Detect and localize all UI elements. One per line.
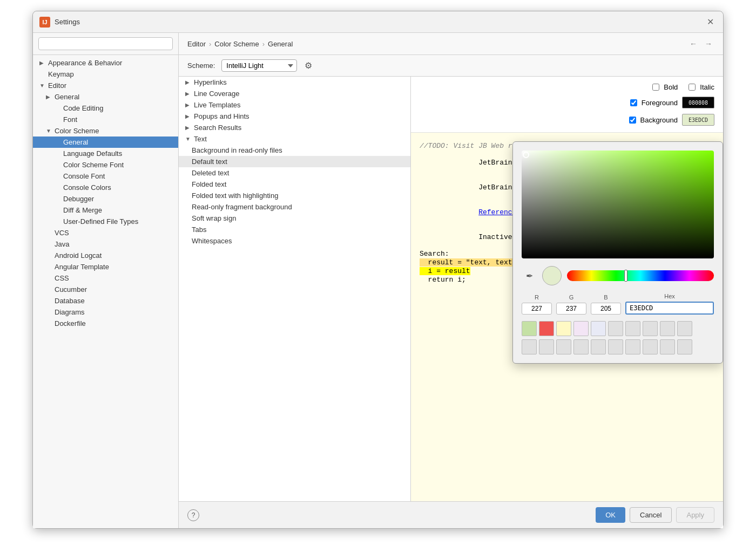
swatch-cell[interactable] [591, 339, 606, 354]
swatch-cell[interactable] [591, 321, 606, 336]
sidebar-label: Dockerfile [55, 319, 86, 327]
sidebar-item-diagrams[interactable]: Diagrams [33, 306, 178, 318]
eyedropper-button[interactable]: ✒ [522, 268, 537, 283]
swatch-cell[interactable] [643, 339, 658, 354]
swatch-cell[interactable] [625, 339, 640, 354]
search-box [33, 33, 178, 55]
sidebar-item-editor[interactable]: ▼ Editor [33, 80, 178, 91]
forward-button[interactable]: → [703, 38, 714, 49]
sidebar-item-language-defaults[interactable]: Language Defaults [33, 148, 178, 159]
sidebar-item-android-logcat[interactable]: Android Logcat [33, 250, 178, 261]
sidebar-label: CSS [55, 274, 69, 282]
sidebar-item-code-editing[interactable]: Code Editing [33, 103, 178, 114]
sidebar-item-font[interactable]: Font [33, 114, 178, 125]
sidebar-item-database[interactable]: Database [33, 295, 178, 306]
swatch-cell[interactable] [539, 339, 554, 354]
bottom-bar: ? OK Cancel Apply [179, 501, 723, 528]
hex-label: Hex [664, 293, 675, 299]
background-swatch[interactable]: E3EDCD [682, 114, 714, 126]
sidebar-item-angular-template[interactable]: Angular Template [33, 261, 178, 272]
help-button[interactable]: ? [187, 509, 199, 521]
italic-checkbox[interactable] [688, 84, 696, 91]
list-item-label: Read-only fragment background [192, 203, 292, 211]
breadcrumb-part-general: General [268, 40, 293, 48]
swatch-cell[interactable] [556, 339, 571, 354]
ok-button[interactable]: OK [596, 507, 625, 523]
list-item-text[interactable]: ▼ Text [179, 133, 410, 145]
sidebar-item-color-scheme-general[interactable]: General [33, 136, 178, 148]
sidebar-item-general[interactable]: ▶ General [33, 91, 178, 103]
list-item-line-coverage[interactable]: ▶ Line Coverage [179, 88, 410, 99]
settings-sidebar: ▶ Appearance & Behavior Keymap ▼ Editor … [33, 33, 179, 528]
sidebar-item-console-font[interactable]: Console Font [33, 170, 178, 182]
foreground-checkbox[interactable] [630, 99, 637, 106]
list-item-folded-text-highlight[interactable]: Folded text with highlighting [179, 190, 410, 201]
right-options: Bold Italic Foreground 080808 [411, 77, 723, 133]
list-item-tabs[interactable]: Tabs [179, 224, 410, 235]
swatch-cell[interactable] [522, 339, 537, 354]
swatch-cell[interactable] [573, 321, 589, 336]
sidebar-item-color-scheme[interactable]: ▼ Color Scheme [33, 125, 178, 136]
list-item-live-templates[interactable]: ▶ Live Templates [179, 99, 410, 111]
swatch-cell[interactable] [660, 339, 675, 354]
sidebar-item-diff-merge[interactable]: Diff & Merge [33, 204, 178, 216]
swatch-cell[interactable] [625, 321, 640, 336]
list-item-label: Folded text with highlighting [192, 192, 278, 200]
list-item-soft-wrap[interactable]: Soft wrap sign [179, 213, 410, 224]
swatch-cell[interactable] [522, 321, 537, 336]
back-button[interactable]: ← [687, 38, 699, 49]
sidebar-item-vcs[interactable]: VCS [33, 227, 178, 238]
sidebar-item-cucumber[interactable]: Cucumber [33, 284, 178, 295]
arrow-icon: ▶ [185, 91, 192, 97]
sidebar-label: Font [63, 115, 77, 124]
list-item-hyperlinks[interactable]: ▶ Hyperlinks [179, 77, 410, 88]
bold-checkbox[interactable] [652, 84, 659, 91]
sidebar-item-console-colors[interactable]: Console Colors [33, 182, 178, 193]
color-gradient[interactable] [522, 151, 714, 258]
list-item-folded-text[interactable]: Folded text [179, 179, 410, 190]
swatch-cell[interactable] [677, 321, 692, 336]
hue-slider[interactable] [567, 270, 714, 281]
scheme-select[interactable]: IntelliJ Light [221, 59, 297, 72]
hex-input[interactable] [625, 302, 714, 315]
close-button[interactable]: ✕ [704, 16, 717, 29]
list-item-whitespaces[interactable]: Whitespaces [179, 235, 410, 247]
swatch-cell[interactable] [608, 321, 623, 336]
g-input[interactable] [556, 303, 586, 315]
list-item-popups-hints[interactable]: ▶ Popups and Hints [179, 111, 410, 122]
arrow-icon: ▶ [185, 102, 192, 108]
cancel-button[interactable]: Cancel [630, 507, 672, 523]
sidebar-label: Keymap [48, 70, 74, 78]
swatch-cell[interactable] [660, 321, 675, 336]
sidebar-item-appearance-behavior[interactable]: ▶ Appearance & Behavior [33, 57, 178, 69]
arrow-icon: ▶ [185, 125, 192, 131]
foreground-swatch[interactable]: 080808 [682, 97, 714, 108]
list-item-readonly-bg[interactable]: Read-only fragment background [179, 201, 410, 213]
background-checkbox[interactable] [629, 117, 636, 124]
sidebar-tree: ▶ Appearance & Behavior Keymap ▼ Editor … [33, 55, 178, 528]
r-input[interactable] [522, 303, 552, 315]
sidebar-item-dockerfile[interactable]: Dockerfile [33, 318, 178, 329]
swatch-cell[interactable] [539, 321, 554, 336]
swatch-cell[interactable] [643, 321, 658, 336]
sidebar-item-keymap[interactable]: Keymap [33, 69, 178, 80]
list-item-default-text[interactable]: Default text [179, 156, 410, 167]
sidebar-item-user-defined[interactable]: User-Defined File Types [33, 216, 178, 227]
b-input[interactable] [591, 303, 621, 315]
sidebar-item-debugger[interactable]: Debugger [33, 193, 178, 204]
list-item-deleted-text[interactable]: Deleted text [179, 167, 410, 179]
swatch-cell[interactable] [573, 339, 589, 354]
swatch-cell[interactable] [677, 339, 692, 354]
swatch-cell[interactable] [556, 321, 571, 336]
search-input[interactable] [38, 37, 173, 50]
main-body: ▶ Hyperlinks ▶ Line Coverage ▶ Live Temp… [179, 77, 723, 501]
sidebar-item-java[interactable]: Java [33, 238, 178, 250]
list-item-bg-readonly[interactable]: Background in read-only files [179, 145, 410, 156]
gear-button[interactable]: ⚙ [303, 59, 313, 72]
apply-button[interactable]: Apply [676, 507, 714, 523]
sidebar-item-color-scheme-font[interactable]: Color Scheme Font [33, 159, 178, 170]
list-item-search-results[interactable]: ▶ Search Results [179, 122, 410, 133]
swatch-cell[interactable] [608, 339, 623, 354]
sidebar-label: Debugger [63, 195, 94, 203]
sidebar-item-css[interactable]: CSS [33, 272, 178, 284]
